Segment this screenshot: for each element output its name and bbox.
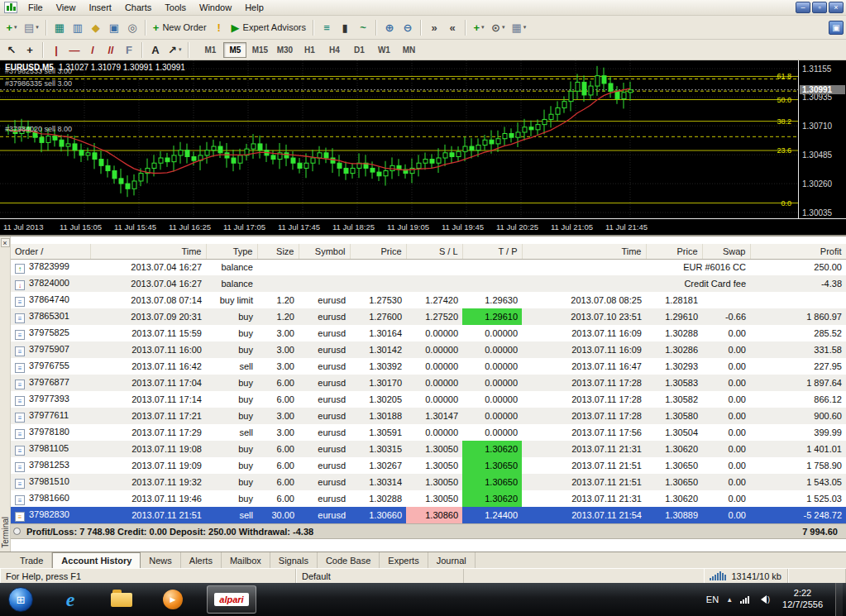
- status-profile[interactable]: Default: [296, 569, 464, 583]
- column-header-swap[interactable]: Swap: [702, 244, 750, 259]
- taskbar-media-player[interactable]: ▶: [155, 585, 190, 614]
- volume-icon[interactable]: ): [757, 595, 770, 604]
- price-axis[interactable]: 1.311551.309351.307101.304851.302601.300…: [798, 60, 846, 218]
- restore-button[interactable]: ▫: [812, 2, 827, 13]
- docked-window-button[interactable]: ▣: [829, 21, 844, 35]
- chart-bars-button[interactable]: ≡: [318, 18, 336, 36]
- column-header-size[interactable]: Size: [257, 244, 299, 259]
- history-row[interactable]: ≡379768772013.07.11 17:04buy6.00eurusd1.…: [11, 375, 846, 391]
- menu-item-charts[interactable]: Charts: [118, 1, 158, 14]
- column-header-price[interactable]: Price: [350, 244, 406, 259]
- new-order-button[interactable]: +New Order: [150, 18, 210, 36]
- timeframe-m30[interactable]: M30: [273, 42, 296, 58]
- history-row[interactable]: ≡379767552013.07.11 16:42sell3.00eurusd1…: [11, 358, 846, 375]
- timeframe-m5[interactable]: M5: [223, 42, 246, 58]
- indicators-button[interactable]: +▾: [470, 18, 488, 36]
- tab-alerts[interactable]: Alerts: [181, 552, 222, 568]
- tab-news[interactable]: News: [141, 552, 181, 568]
- equidistant-channel-button[interactable]: //: [102, 41, 120, 59]
- timeframe-m15[interactable]: M15: [248, 42, 271, 58]
- timeframe-h1[interactable]: H1: [298, 42, 321, 58]
- column-header-price[interactable]: Price: [646, 244, 702, 259]
- taskbar-alpari-app[interactable]: alpari: [207, 585, 256, 614]
- menu-item-file[interactable]: File: [22, 1, 50, 14]
- price-chart-svg[interactable]: [0, 60, 798, 218]
- expert-advisors-button[interactable]: ▶Expert Advisors: [228, 18, 309, 36]
- taskbar-internet-explorer[interactable]: e: [53, 585, 88, 614]
- time-axis[interactable]: 11 Jul 201311 Jul 15:0511 Jul 15:4511 Ju…: [0, 218, 846, 235]
- tab-mailbox[interactable]: Mailbox: [222, 552, 270, 568]
- cursor-button[interactable]: ↖: [2, 41, 21, 59]
- history-row[interactable]: ↓378240002013.07.04 16:27balanceCredit C…: [11, 275, 846, 292]
- taskbar-clock[interactable]: 2:22 12/7/2556: [777, 588, 828, 611]
- metaeditor-button[interactable]: !: [210, 18, 228, 36]
- chart-candles-button[interactable]: ▮: [336, 18, 354, 36]
- chart-line-button[interactable]: ~: [354, 18, 372, 36]
- tab-code-base[interactable]: Code Base: [318, 552, 380, 568]
- history-row[interactable]: ≡379781802013.07.11 17:29sell3.00eurusd1…: [11, 424, 846, 441]
- vertical-line-button[interactable]: |: [47, 41, 65, 59]
- tray-expand-icon[interactable]: ▲: [726, 596, 733, 604]
- taskbar-windows-explorer[interactable]: [104, 585, 139, 614]
- navigator-button[interactable]: ◆: [87, 18, 105, 36]
- tab-signals[interactable]: Signals: [270, 552, 318, 568]
- tab-experts[interactable]: Experts: [380, 552, 428, 568]
- column-header-time[interactable]: Time: [90, 244, 206, 259]
- tab-account-history[interactable]: Account History: [52, 552, 141, 568]
- history-row[interactable]: ≡379812532013.07.11 19:09buy6.00eurusd1.…: [11, 457, 846, 474]
- strategy-tester-button[interactable]: ◎: [123, 18, 141, 36]
- menu-item-insert[interactable]: Insert: [82, 1, 118, 14]
- menu-item-tools[interactable]: Tools: [158, 1, 193, 14]
- terminal-panel-button[interactable]: ▣: [105, 18, 123, 36]
- history-row[interactable]: ≡379815102013.07.11 19:32buy6.00eurusd1.…: [11, 474, 846, 490]
- trendline-button[interactable]: /: [84, 41, 102, 59]
- history-row[interactable]: ≡379828302013.07.11 21:51sell30.00eurusd…: [11, 507, 846, 523]
- data-window-button[interactable]: ▥: [69, 18, 87, 36]
- start-button[interactable]: ⊞: [8, 587, 33, 612]
- history-row[interactable]: ≡379776112013.07.11 17:21buy3.00eurusd1.…: [11, 408, 846, 424]
- history-row[interactable]: ≡378653012013.07.09 20:31buy1.20eurusd1.…: [11, 308, 846, 325]
- menu-item-window[interactable]: Window: [193, 1, 238, 14]
- text-label-button[interactable]: A: [146, 41, 165, 59]
- zoom-in-button[interactable]: ⊕: [380, 18, 399, 36]
- column-header-profit[interactable]: Profit: [750, 244, 846, 259]
- show-desktop-button[interactable]: [835, 583, 843, 616]
- column-header-s-l[interactable]: S / L: [406, 244, 462, 259]
- crosshair-button[interactable]: +: [21, 41, 39, 59]
- history-row[interactable]: ≡378647402013.07.08 07:14buy limit1.20eu…: [11, 292, 846, 308]
- menu-item-help[interactable]: Help: [238, 1, 270, 14]
- timeframe-w1[interactable]: W1: [372, 42, 395, 58]
- timeframe-mn[interactable]: MN: [397, 42, 420, 58]
- templates-button[interactable]: ▦▾: [508, 18, 529, 36]
- zoom-out-button[interactable]: ⊖: [399, 18, 417, 36]
- menu-item-view[interactable]: View: [50, 1, 83, 14]
- column-header-time[interactable]: Time: [522, 244, 646, 259]
- column-header-symbol[interactable]: Symbol: [299, 244, 350, 259]
- horizontal-line-button[interactable]: —: [65, 41, 84, 59]
- network-icon[interactable]: [740, 596, 749, 604]
- fibonacci-retracement-button[interactable]: F: [120, 41, 138, 59]
- terminal-close-icon[interactable]: ×: [1, 238, 10, 247]
- history-row[interactable]: ≡379773932013.07.11 17:14buy6.00eurusd1.…: [11, 391, 846, 408]
- chart-profiles-button[interactable]: ▤▾: [21, 18, 42, 36]
- column-header-t-p[interactable]: T / P: [462, 244, 522, 259]
- timeframe-h4[interactable]: H4: [323, 42, 346, 58]
- column-header-type[interactable]: Type: [206, 244, 257, 259]
- tab-trade[interactable]: Trade: [12, 552, 52, 568]
- timeframe-d1[interactable]: D1: [347, 42, 370, 58]
- history-row[interactable]: ↑378239992013.07.04 16:27balanceEUR #601…: [11, 259, 846, 275]
- arrow-objects-button[interactable]: ↗▾: [165, 41, 184, 59]
- new-chart-button[interactable]: +▾: [2, 18, 21, 36]
- close-button[interactable]: ×: [829, 2, 844, 13]
- history-row[interactable]: ≡379758252013.07.11 15:59buy3.00eurusd1.…: [11, 325, 846, 341]
- language-indicator[interactable]: EN: [706, 595, 719, 604]
- timeframe-m1[interactable]: M1: [198, 42, 222, 58]
- periods-button[interactable]: ⊙▾: [488, 18, 508, 36]
- history-row[interactable]: ≡379811052013.07.11 19:08buy6.00eurusd1.…: [11, 441, 846, 457]
- chart-shift-button[interactable]: «: [443, 18, 461, 36]
- tab-journal[interactable]: Journal: [428, 552, 476, 568]
- history-row[interactable]: ≡379816602013.07.11 19:46buy6.00eurusd1.…: [11, 490, 846, 507]
- column-header-order-[interactable]: Order /: [11, 244, 90, 259]
- price-chart[interactable]: [0, 60, 798, 218]
- chart-panel[interactable]: EURUSD,M51.31027 1.31079 1.30991 1.30991…: [0, 60, 846, 235]
